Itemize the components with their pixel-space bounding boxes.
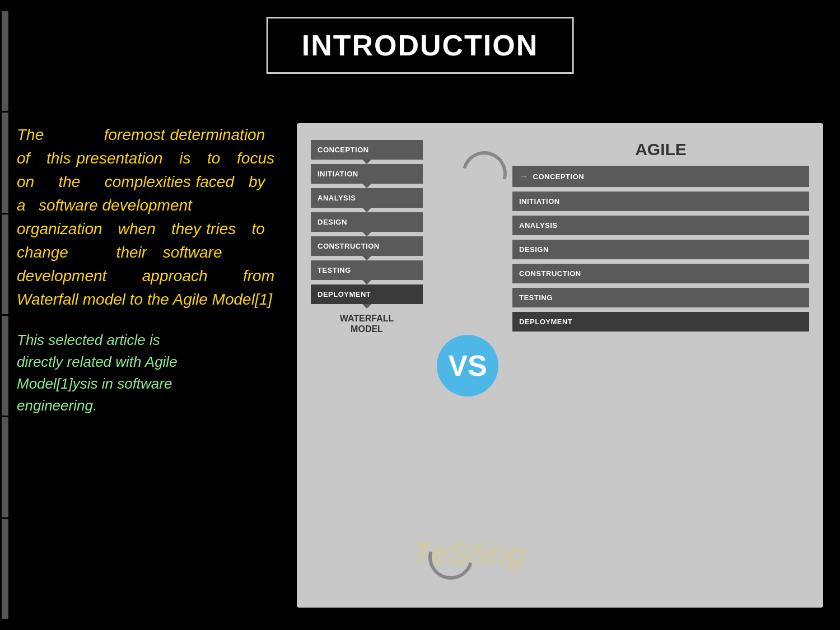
vs-center: VS [423, 140, 512, 591]
agile-column: AGILE → CONCEPTION INITIATION ANALYSIS D… [512, 140, 809, 591]
edge-bar [2, 519, 8, 619]
agile-step-construction: CONSTRUCTION [512, 264, 809, 283]
waterfall-step-initiation: INITIATION [311, 164, 423, 184]
agile-step-initiation: INITIATION [512, 192, 809, 211]
left-edge-decoration [0, 0, 10, 630]
waterfall-column: CONCEPTION INITIATION ANALYSIS DESIGN CO… [311, 140, 423, 591]
waterfall-step-construction: CONSTRUCTION [311, 236, 423, 256]
arrow-bottom-icon [420, 526, 481, 587]
waterfall-step-design: DESIGN [311, 212, 423, 232]
agile-step-testing: TESTING [512, 288, 809, 307]
text-the: The [17, 126, 44, 143]
waterfall-step-deployment: DEPLOYMENT [311, 284, 423, 304]
edge-bar [2, 11, 8, 111]
edge-bar [2, 214, 8, 314]
vs-badge: VS [437, 335, 498, 396]
waterfall-step-testing: TESTING [311, 260, 423, 280]
agile-step-design: DESIGN [512, 240, 809, 259]
edge-bar [2, 417, 8, 517]
arrow-icon: → [519, 171, 529, 181]
agile-title: AGILE [512, 140, 809, 159]
edge-bar [2, 316, 8, 416]
agile-step-conception: → CONCEPTION [512, 166, 809, 187]
waterfall-step-analysis: ANALYSIS [311, 188, 423, 208]
agile-step-analysis: ANALYSIS [512, 216, 809, 235]
main-content: The foremost determination of this prese… [17, 123, 823, 608]
waterfall-step-conception: CONCEPTION [311, 140, 423, 160]
agile-step-deployment: DEPLOYMENT [512, 312, 809, 332]
paragraph-2: This selected article is directly relate… [17, 329, 274, 417]
intro-text-block: The foremost determination of this prese… [17, 123, 274, 608]
arrow-top-icon [454, 143, 515, 204]
paragraph-1: The foremost determination of this prese… [17, 123, 274, 311]
page-title: INTRODUCTION [302, 29, 539, 62]
agile-vs-waterfall-diagram: CONCEPTION INITIATION ANALYSIS DESIGN CO… [297, 123, 823, 608]
title-container: INTRODUCTION [267, 17, 574, 74]
waterfall-label: WATERFALLMODEL [311, 313, 423, 334]
edge-bar [2, 113, 8, 212]
